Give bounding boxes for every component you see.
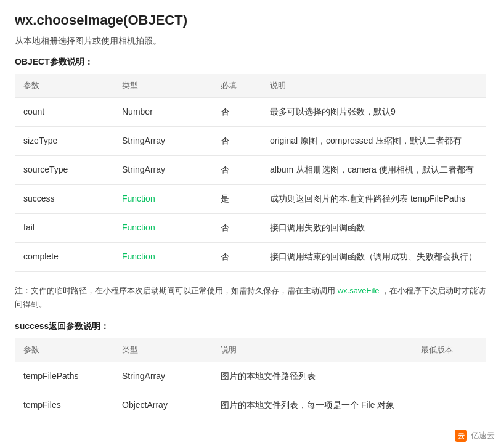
param-type: Function (113, 214, 212, 243)
table-row: success Function 是 成功则返回图片的本地文件路径列表 temp… (15, 185, 486, 214)
object-table-header-row: 参数 类型 必填 说明 (15, 74, 486, 98)
col-header-param: 参数 (15, 74, 113, 98)
param-required: 否 (212, 98, 261, 127)
param-desc: 图片的本地文件路径列表 (212, 362, 412, 391)
param-required: 否 (212, 243, 261, 272)
param-type: ObjectArray (113, 391, 212, 420)
param-desc: 接口调用结束的回调函数（调用成功、失败都会执行） (261, 243, 486, 272)
param-name: fail (15, 214, 113, 243)
note-block: 注：文件的临时路径，在小程序本次启动期间可以正常使用，如需持久保存，需在主动调用… (15, 284, 486, 311)
param-required: 是 (212, 185, 261, 214)
param-required: 否 (212, 214, 261, 243)
table-row: complete Function 否 接口调用结束的回调函数（调用成功、失败都… (15, 243, 486, 272)
param-required: 否 (212, 156, 261, 185)
table-row: sourceType StringArray 否 album 从相册选图，cam… (15, 156, 486, 185)
watermark-text: 亿速云 (471, 430, 495, 441)
param-name: tempFilePaths (15, 362, 113, 391)
param-desc: 最多可以选择的图片张数，默认9 (261, 98, 486, 127)
note-prefix: 注：文件的临时路径，在小程序本次启动期间可以正常使用，如需持久保存，需在主动调用 (15, 286, 338, 295)
page-title: wx.chooseImage(OBJECT) (15, 12, 486, 28)
param-name: success (15, 185, 113, 214)
param-desc: 接口调用失败的回调函数 (261, 214, 486, 243)
object-section-title: OBJECT参数说明： (15, 57, 486, 68)
param-desc: original 原图，compressed 压缩图，默认二者都有 (261, 127, 486, 156)
param-name: tempFiles (15, 391, 113, 420)
param-type: StringArray (113, 127, 212, 156)
param-name: count (15, 98, 113, 127)
col-header-required: 必填 (212, 74, 261, 98)
param-name: complete (15, 243, 113, 272)
param-name: sourceType (15, 156, 113, 185)
object-params-table: 参数 类型 必填 说明 count Number 否 最多可以选择的图片张数，默… (15, 74, 486, 272)
param-type: StringArray (113, 362, 212, 391)
param-min-version (412, 362, 486, 391)
success-table-header-row: 参数 类型 说明 最低版本 (15, 338, 486, 362)
table-row: count Number 否 最多可以选择的图片张数，默认9 (15, 98, 486, 127)
success-params-table: 参数 类型 说明 最低版本 tempFilePaths StringArray … (15, 338, 486, 420)
param-type: StringArray (113, 156, 212, 185)
param-min-version (412, 391, 486, 420)
param-desc: album 从相册选图，camera 使用相机，默认二者都有 (261, 156, 486, 185)
param-required: 否 (212, 127, 261, 156)
col-header-type: 类型 (113, 338, 212, 362)
param-desc: 图片的本地文件列表，每一项是一个 File 对象 (212, 391, 412, 420)
param-type: Function (113, 243, 212, 272)
table-row: tempFiles ObjectArray 图片的本地文件列表，每一项是一个 F… (15, 391, 486, 420)
table-row: tempFilePaths StringArray 图片的本地文件路径列表 (15, 362, 486, 391)
param-name: sizeType (15, 127, 113, 156)
col-header-desc: 说明 (261, 74, 486, 98)
col-header-param: 参数 (15, 338, 113, 362)
watermark: 云 亿速云 (455, 430, 495, 442)
watermark-logo: 云 (455, 430, 467, 442)
param-type: Number (113, 98, 212, 127)
param-desc: 成功则返回图片的本地文件路径列表 tempFilePaths (261, 185, 486, 214)
wx-savefile-link[interactable]: wx.saveFile (338, 286, 380, 295)
col-header-min-version: 最低版本 (412, 338, 486, 362)
table-row: sizeType StringArray 否 original 原图，compr… (15, 127, 486, 156)
page-description: 从本地相册选择图片或使用相机拍照。 (15, 36, 486, 47)
col-header-desc: 说明 (212, 338, 412, 362)
col-header-type: 类型 (113, 74, 212, 98)
param-type: Function (113, 185, 212, 214)
table-row: fail Function 否 接口调用失败的回调函数 (15, 214, 486, 243)
success-section-title: success返回参数说明： (15, 321, 486, 332)
